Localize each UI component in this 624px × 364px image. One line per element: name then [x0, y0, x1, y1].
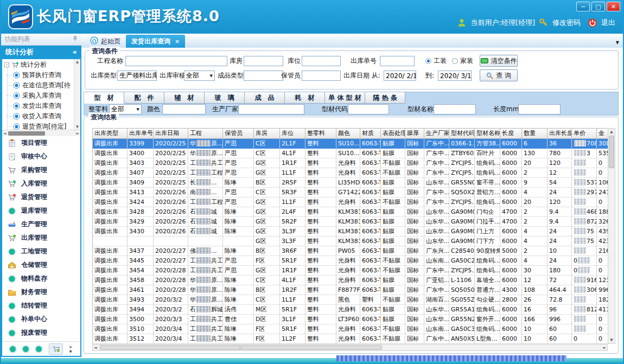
table-cell[interactable]: 6000: [500, 256, 522, 266]
table-row[interactable]: 调拨出库34452020/2/27工共工程严思F区5R1F整料光身料6063-T…: [93, 256, 615, 266]
table-cell[interactable]: 411: [597, 305, 608, 315]
table-cell[interactable]: L-1106: [449, 276, 475, 285]
material-tab[interactable]: 成 品: [245, 92, 285, 104]
table-cell[interactable]: 60: [547, 324, 572, 334]
column-header[interactable]: 型材名称: [475, 129, 500, 138]
table-cell[interactable]: 调拨出库: [93, 197, 128, 207]
table-cell[interactable]: 5R1F: [280, 305, 305, 315]
table-cell[interactable]: 陈琳: [223, 334, 254, 344]
color-input[interactable]: [162, 104, 206, 114]
table-cell[interactable]: 75: [572, 227, 597, 237]
table-cell[interactable]: 306: [572, 285, 597, 295]
table-cell[interactable]: 整料: [305, 207, 336, 217]
table-cell[interactable]: 工共工程: [188, 315, 223, 324]
table-cell[interactable]: 广东中...: [424, 266, 449, 276]
table-cell[interactable]: 整料: [305, 305, 336, 315]
table-cell[interactable]: 国标: [405, 168, 424, 178]
table-cell[interactable]: 6000: [500, 334, 522, 344]
table-cell[interactable]: 6000: [500, 158, 522, 168]
table-cell[interactable]: L型角...: [475, 334, 500, 344]
table-cell[interactable]: 0: [597, 334, 608, 344]
table-cell[interactable]: 贴膜: [381, 178, 405, 188]
table-cell[interactable]: 调拨出库: [93, 256, 128, 266]
table-cell[interactable]: 山东华...: [424, 227, 449, 237]
table-cell[interactable]: 整料: [305, 149, 336, 158]
profile-code-input[interactable]: [348, 104, 389, 114]
table-row[interactable]: 调拨出库34582020/2/28华原...陈琳C区4L1F整料光身料6063-…: [93, 276, 615, 285]
table-cell[interactable]: 陈琳: [223, 285, 254, 295]
table-cell[interactable]: 60: [547, 334, 572, 344]
table-cell[interactable]: C区: [254, 188, 280, 197]
table-cell[interactable]: 华原...: [188, 149, 223, 158]
sidebar-item[interactable]: 补单中心: [2, 312, 80, 326]
table-cell[interactable]: 广东中...: [424, 168, 449, 178]
table-cell[interactable]: 2020/2/25: [154, 158, 188, 168]
table-cell[interactable]: 贴膜: [381, 149, 405, 158]
table-cell[interactable]: 1L1F: [280, 197, 305, 207]
table-cell[interactable]: 山东华...: [424, 217, 449, 227]
table-cell[interactable]: 国标: [405, 158, 424, 168]
table-cell[interactable]: 3413: [128, 188, 154, 197]
table-cell[interactable]: 2: [522, 246, 547, 256]
table-cell[interactable]: 2R5F: [280, 178, 305, 188]
product-type-input[interactable]: [244, 71, 283, 81]
table-cell[interactable]: 整料: [305, 276, 336, 285]
table-cell[interactable]: 120: [547, 158, 572, 168]
table-cell[interactable]: 塑料: [360, 295, 381, 305]
table-cell[interactable]: 4700: [500, 207, 522, 217]
column-header[interactable]: 长度: [500, 129, 522, 138]
table-cell[interactable]: 山东华...: [424, 315, 449, 324]
table-cell[interactable]: 6063-T5: [360, 246, 381, 256]
table-row[interactable]: 调拨出库35002020/3/3工共工程曹佳D区3L1F整料LT3P606063…: [93, 315, 615, 324]
table-cell[interactable]: 4: [522, 227, 547, 237]
table-row[interactable]: 调拨出库34542020/2/28工共工程严思G区1R1F整料光身料6063-T…: [93, 266, 615, 276]
table-row[interactable]: 调拨出库34292020/2/26石城陈琳G区5R2F整料KLM38176063…: [93, 217, 615, 227]
table-cell[interactable]: 贴膜: [381, 276, 405, 285]
table-row[interactable]: 调拨出库35122020/3/4工共工程陈琳F区1L2F整料光身料6063-T5…: [93, 334, 615, 344]
table-cell[interactable]: 工共工程: [188, 324, 223, 334]
table-cell[interactable]: 6063-T5: [360, 324, 381, 334]
table-cell[interactable]: 4: [522, 256, 547, 266]
table-cell[interactable]: 普通方...: [475, 285, 500, 295]
table-cell[interactable]: 3458: [128, 276, 154, 285]
table-cell[interactable]: 贴膜: [381, 207, 405, 217]
table-cell[interactable]: 2020/2/26: [154, 188, 188, 197]
material-tab[interactable]: 配 件: [124, 92, 164, 104]
table-cell[interactable]: 国标: [405, 139, 424, 149]
sidebar-item[interactable]: 退货管理: [2, 190, 80, 204]
maximize-button[interactable]: □: [591, 2, 605, 11]
table-cell[interactable]: 整料: [305, 237, 336, 246]
logout-button[interactable]: 退出: [601, 18, 615, 28]
close-tab-icon[interactable]: ×: [175, 38, 180, 45]
table-cell[interactable]: 调拨出库: [93, 334, 128, 344]
table-cell[interactable]: 780: [547, 149, 572, 158]
table-cell[interactable]: 不贴膜: [381, 334, 405, 344]
table-cell[interactable]: 严思: [223, 149, 254, 158]
column-header[interactable]: 保管员: [223, 129, 254, 138]
table-row[interactable]: 调拨出库35102020/3/4工共工程陈琳F区5R1F整料光身料6063-T5…: [93, 324, 615, 334]
table-cell[interactable]: 长...: [188, 178, 223, 188]
table-cell[interactable]: 5R1F: [280, 256, 305, 266]
tree-horizontal-scrollbar[interactable]: ◄ ►: [2, 130, 80, 136]
material-tab[interactable]: 辅 材: [164, 92, 205, 104]
table-cell[interactable]: 严思: [223, 197, 254, 207]
table-cell[interactable]: 整料: [305, 197, 336, 207]
table-cell[interactable]: 308: [597, 139, 608, 149]
column-header[interactable]: 出库长度: [547, 129, 572, 138]
table-cell[interactable]: 6063-T5: [360, 227, 381, 237]
scroll-left-icon[interactable]: ◄: [94, 346, 97, 350]
table-cell[interactable]: 整料: [305, 315, 336, 324]
table-cell[interactable]: 3R6F: [280, 246, 305, 256]
table-cell[interactable]: [572, 197, 597, 207]
table-cell[interactable]: 6063-T5: [360, 139, 381, 149]
table-row[interactable]: 调拨出库34282020/2/26石城陈琳G区2L4F整料KLM38176063…: [93, 207, 615, 217]
table-cell[interactable]: 国标: [405, 285, 424, 295]
close-button[interactable]: ✕: [607, 2, 620, 11]
table-cell[interactable]: 72.8: [547, 295, 572, 305]
scroll-left-icon[interactable]: ◄: [3, 131, 6, 136]
table-cell[interactable]: M区: [254, 305, 280, 315]
table-cell[interactable]: 0366-1.2: [449, 139, 475, 149]
table-cell[interactable]: 广东中...: [424, 188, 449, 197]
table-cell[interactable]: 1L1F: [280, 168, 305, 178]
table-cell[interactable]: 20: [522, 158, 547, 168]
